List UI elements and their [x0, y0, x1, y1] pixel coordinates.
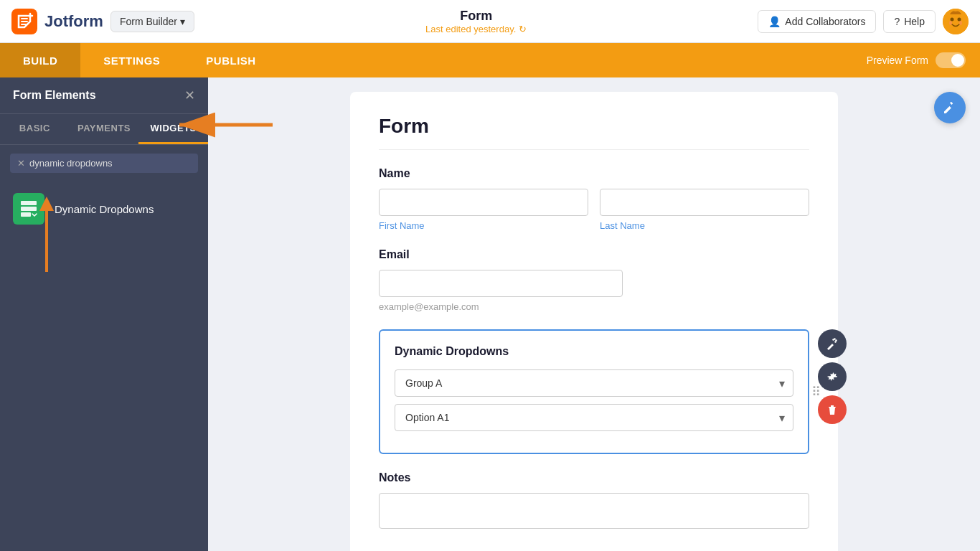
- top-header: Jotform Form Builder ▾ Form Last edited …: [0, 0, 980, 43]
- tab-settings[interactable]: SETTINGS: [80, 43, 183, 77]
- form-divider: [379, 149, 809, 150]
- search-box[interactable]: ✕ dynamic dropdowns: [10, 154, 198, 173]
- form-heading: Form: [379, 115, 809, 138]
- wand-button[interactable]: [818, 329, 847, 358]
- nav-right: Preview Form: [867, 52, 980, 68]
- help-label: Help: [904, 16, 925, 27]
- form-canvas: Form Name First Name Last Name: [208, 77, 980, 551]
- sidebar-tab-basic[interactable]: BASIC: [0, 114, 70, 144]
- email-field: Email example@example.com: [379, 248, 809, 312]
- group-a-select[interactable]: Group A: [395, 369, 793, 397]
- gear-button[interactable]: [818, 362, 847, 391]
- up-arrow-annotation: [36, 193, 79, 279]
- dropdown-group-a-wrap: Group A ▾: [395, 369, 793, 397]
- name-label: Name: [379, 167, 809, 180]
- nav-tabs: BUILD SETTINGS PUBLISH: [0, 43, 279, 77]
- dynamic-dropdowns-widget: Dynamic Dropdowns Group A ▾ Option A1 ▾: [379, 329, 809, 454]
- logo-area: Jotform Form Builder ▾: [11, 9, 194, 34]
- user-icon: 👤: [768, 16, 781, 27]
- email-field-wrap: example@example.com: [379, 270, 623, 312]
- search-value: dynamic dropdowns: [29, 158, 113, 169]
- preview-toggle[interactable]: [936, 52, 966, 68]
- arrow-annotation-area: [0, 236, 208, 322]
- refresh-icon[interactable]: ↻: [519, 24, 527, 34]
- dynamic-dropdowns-widget-container: Dynamic Dropdowns Group A ▾ Option A1 ▾: [379, 329, 809, 454]
- svg-point-4: [957, 17, 961, 21]
- svg-point-8: [962, 16, 968, 22]
- jotform-logo-icon: [11, 9, 37, 34]
- logo-text: Jotform: [44, 12, 103, 31]
- email-label: Email: [379, 248, 809, 261]
- notes-field: Notes: [379, 471, 809, 529]
- sidebar: Form Elements ✕ BASIC PAYMENTS WIDGETS ✕…: [0, 77, 208, 551]
- form-card: Form Name First Name Last Name: [350, 92, 838, 551]
- name-field: Name First Name Last Name: [379, 167, 809, 231]
- tab-build[interactable]: BUILD: [0, 43, 80, 77]
- search-area: ✕ dynamic dropdowns: [0, 145, 208, 182]
- nav-bar: BUILD SETTINGS PUBLISH Preview Form: [0, 43, 980, 77]
- svg-rect-10: [21, 207, 37, 211]
- sidebar-tabs: BASIC PAYMENTS WIDGETS: [0, 114, 208, 145]
- question-icon: ?: [894, 16, 900, 27]
- sidebar-tab-payments[interactable]: PAYMENTS: [70, 114, 139, 144]
- sidebar-title: Form Elements: [13, 89, 96, 102]
- edit-fab-button[interactable]: [934, 92, 966, 123]
- svg-point-5: [949, 21, 952, 25]
- avatar[interactable]: [943, 9, 969, 34]
- dropdown-option-a1-wrap: Option A1 ▾: [395, 404, 793, 431]
- main-layout: Form Elements ✕ BASIC PAYMENTS WIDGETS ✕…: [0, 77, 980, 551]
- add-collaborators-button[interactable]: 👤 Add Collaborators: [758, 10, 876, 33]
- option-a1-select[interactable]: Option A1: [395, 404, 793, 431]
- svg-point-6: [959, 21, 962, 25]
- preview-form-label: Preview Form: [867, 55, 928, 66]
- header-actions: 👤 Add Collaborators ? Help: [758, 9, 969, 34]
- tab-publish[interactable]: PUBLISH: [183, 43, 278, 77]
- chevron-down-icon: ▾: [180, 16, 185, 27]
- svg-marker-13: [39, 197, 54, 211]
- trash-button[interactable]: [818, 395, 847, 424]
- form-builder-label: Form Builder: [120, 16, 177, 27]
- widget-actions: [818, 329, 847, 424]
- first-name-col: First Name: [379, 189, 588, 231]
- first-name-input[interactable]: [379, 189, 588, 216]
- widget-dynamic-dropdowns[interactable]: Dynamic Dropdowns: [0, 182, 208, 236]
- form-title: Form: [425, 9, 527, 24]
- close-sidebar-button[interactable]: ✕: [184, 89, 195, 102]
- name-row: First Name Last Name: [379, 189, 809, 231]
- notes-label: Notes: [379, 471, 809, 484]
- form-builder-button[interactable]: Form Builder ▾: [110, 11, 194, 32]
- help-button[interactable]: ? Help: [883, 10, 936, 33]
- sidebar-tab-widgets[interactable]: WIDGETS: [138, 114, 208, 144]
- search-icon: ✕: [17, 158, 25, 169]
- last-name-input[interactable]: [600, 189, 809, 216]
- last-edited-text: Last edited yesterday. ↻: [425, 24, 527, 34]
- widget-block-title: Dynamic Dropdowns: [395, 345, 793, 358]
- email-placeholder: example@example.com: [379, 301, 623, 312]
- email-input[interactable]: [379, 270, 623, 297]
- first-name-sub-label: First Name: [379, 220, 588, 231]
- svg-rect-9: [21, 201, 37, 205]
- last-name-sub-label: Last Name: [600, 220, 809, 231]
- add-collaborators-label: Add Collaborators: [785, 16, 865, 27]
- svg-point-7: [943, 16, 949, 22]
- svg-point-3: [950, 17, 953, 21]
- sidebar-header: Form Elements ✕: [0, 77, 208, 114]
- header-center: Form Last edited yesterday. ↻: [425, 9, 527, 34]
- last-name-col: Last Name: [600, 189, 809, 231]
- svg-rect-11: [21, 212, 31, 217]
- notes-input[interactable]: [379, 493, 809, 529]
